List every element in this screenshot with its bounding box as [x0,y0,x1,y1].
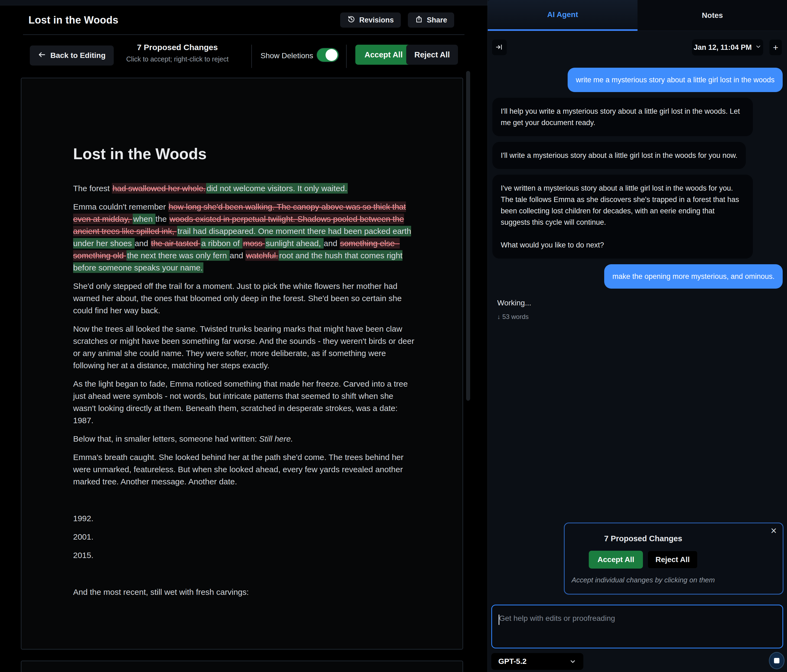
document-content: Lost in the Woods The forest had swallow… [21,78,463,598]
doc-paragraph: Now the trees all looked the same. Twist… [73,323,418,371]
revisions-button[interactable]: Revisions [340,13,401,28]
proposed-card-buttons: Accept All Reject All [569,551,718,569]
share-icon [415,15,423,25]
proposed-changes-card: × 7 Proposed Changes Accept All Reject A… [564,522,784,595]
proposed-changes-summary: 7 Proposed Changes Click to accept; righ… [117,43,238,63]
doc-text: She'd only stepped off the trail for a m… [73,282,401,315]
doc-text: and [134,239,150,248]
header-divider [23,35,465,35]
show-deletions-label: Show Deletions [261,51,313,60]
doc-paragraph: 2001. [73,531,418,543]
doc-paragraph: Below that, in smaller letters, someone … [73,433,418,445]
chat-message-user: write me a mysterious story about a litt… [567,68,783,92]
tab-notes[interactable]: Notes [637,0,787,31]
doc-blank-line [73,568,418,580]
header-actions: Revisions Share [340,13,454,28]
document-title: Lost in the Woods [73,145,418,163]
proposed-card-note: Accept individual changes by clicking on… [569,576,718,584]
doc-text: Emma's breath caught. She looked behind … [73,453,403,486]
proposed-deletion[interactable]: had swallowed her whole. [112,183,206,194]
chat-thread: write me a mysterious story about a litt… [488,68,787,320]
proposed-changes-hint: Click to accept; right-click to reject [117,55,238,63]
doc-text: Below that, in smaller letters, someone … [73,434,259,443]
card-accept-all-button[interactable]: Accept All [589,551,643,569]
document-header: Lost in the Woods Revisions [0,5,487,35]
proposed-deletion[interactable]: the air tasted [150,238,201,249]
toolbar-divider [346,45,347,68]
revisions-label: Revisions [359,16,394,24]
panel-toolbar: Jan 12, 11:04 PM + [488,36,787,60]
proposed-insertion[interactable]: when [133,214,155,224]
left-pane: Lost in the Woods Revisions [0,0,487,672]
toolbar-divider [251,45,252,68]
session-date-label: Jan 12, 11:04 PM [694,43,752,52]
app: Lost in the Woods Revisions [0,0,787,672]
proposed-insertion[interactable]: the next there was only fern [126,250,230,261]
new-session-button[interactable]: + [770,39,782,55]
chat-message-assistant: I'll write a mysterious story about a li… [492,142,746,169]
proposed-insertion[interactable]: sunlight ahead, [265,238,324,249]
panel-tabs: AI Agent Notes [488,0,787,31]
close-icon[interactable]: × [771,525,777,536]
proposed-deletion[interactable]: moss [242,238,265,249]
chat-message-assistant: I've written a mysterious story about a … [492,175,753,259]
doc-text: Now the trees all looked the same. Twist… [73,324,414,370]
reject-all-button[interactable]: Reject All [406,45,458,65]
doc-text: the [155,215,169,223]
document-card: Lost in the Woods The forest had swallow… [21,78,463,650]
doc-paragraph: She'd only stepped off the trail for a m… [73,280,418,317]
chevron-down-icon [755,43,762,52]
document-card-next [21,661,463,672]
proposed-insertion[interactable]: did not welcome visitors. It only waited… [206,183,348,194]
doc-paragraph: And the most recent, still wet with fres… [73,586,418,598]
doc-text: 2015. [73,551,93,560]
proposed-changes-count: 7 Proposed Changes [117,43,238,52]
proposed-insertion[interactable]: a ribbon of [201,238,242,249]
doc-blank-line [73,494,418,506]
doc-text: And the most recent, still wet with fres… [73,588,249,596]
text-caret [499,615,499,625]
chat-input[interactable] [492,606,782,648]
doc-text: As the light began to fade, Emma noticed… [73,379,408,425]
model-selector[interactable]: GPT-5.2 [491,653,583,670]
doc-paragraph: The forest had swallowed her whole.did n… [73,182,418,194]
document-paragraphs: The forest had swallowed her whole.did n… [73,182,418,598]
doc-paragraph: 1992. [73,512,418,524]
session-date-dropdown[interactable]: Jan 12, 11:04 PM [692,39,763,55]
toggle-knob [326,49,337,61]
share-label: Share [427,16,447,24]
doc-text: 2001. [73,532,93,541]
stop-button[interactable] [769,652,785,669]
doc-text: The forest [73,184,112,193]
chat-message-assistant: I'll help you write a mysterious story a… [492,98,753,136]
doc-text: 1992. [73,514,93,523]
proposed-deletion[interactable]: watchful. [245,250,278,261]
back-arrow-icon [38,50,46,61]
proposed-card-content: 7 Proposed Changes Accept All Reject All… [569,523,718,584]
stop-icon [774,658,779,663]
card-reject-all-button[interactable]: Reject All [648,551,698,569]
share-button[interactable]: Share [408,13,454,28]
tab-ai-agent[interactable]: AI Agent [488,0,637,31]
doc-italic-text: Still here. [259,434,293,443]
collapse-panel-button[interactable] [492,39,507,55]
show-deletions-toggle[interactable] [316,48,339,62]
top-strip [0,0,487,5]
history-icon [347,15,355,25]
document-scrollbar[interactable] [466,71,470,401]
doc-paragraph: Emma couldn't remember how long she'd be… [73,200,418,274]
back-to-editing-label: Back to Editing [51,51,106,60]
chat-composer [491,604,783,648]
model-label: GPT-5.2 [498,657,526,666]
working-status: Working... [497,299,783,307]
doc-paragraph: 2015. [73,549,418,561]
back-to-editing-button[interactable]: Back to Editing [30,46,114,66]
proposed-card-title: 7 Proposed Changes [569,534,718,543]
doc-text: and [324,239,339,248]
review-toolbar: Back to Editing 7 Proposed Changes Click… [0,41,487,73]
accept-all-button[interactable]: Accept All [355,45,412,65]
doc-paragraph: As the light began to fade, Emma noticed… [73,378,418,426]
chevron-down-icon [569,658,576,665]
chat-message-user: make the opening more mysterious, and om… [604,264,783,289]
doc-text: and [230,251,245,260]
